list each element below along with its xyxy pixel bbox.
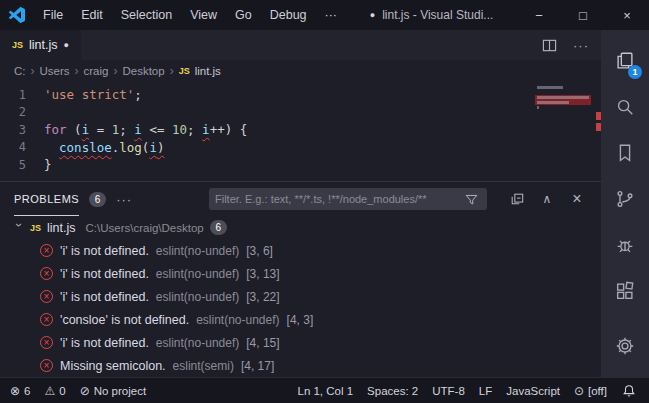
menu-go[interactable]: Go (226, 0, 261, 30)
editor-more-actions-icon[interactable]: ··· (573, 38, 589, 53)
close-button[interactable]: × (605, 0, 649, 30)
status-cursor-position[interactable]: Ln 1, Col 1 (297, 385, 353, 397)
menu-debug[interactable]: Debug (261, 0, 316, 30)
problem-item[interactable]: ×Missing semicolon.eslint(semi)[4, 17] (0, 354, 601, 377)
problem-item[interactable]: ×'i' is not defined.eslint(no-undef)[4, … (0, 331, 601, 354)
menu-more[interactable]: ··· (316, 0, 347, 30)
activity-bar: 1 (601, 30, 649, 377)
code-token: } (44, 157, 52, 172)
line-number: 5 (0, 158, 44, 172)
code-text[interactable]: consloe.log(i) (44, 140, 164, 155)
problems-filter (209, 188, 487, 210)
code-token: ; (134, 87, 142, 102)
tab-lintjs[interactable]: JS lint.js ● (0, 30, 81, 60)
source-control-icon (614, 188, 636, 210)
problem-position: [3, 6] (246, 244, 273, 258)
breadcrumb-item[interactable]: Desktop (122, 65, 164, 77)
problem-source: eslint(no-undef) (196, 313, 279, 327)
js-file-icon: JS (30, 223, 41, 233)
gear-icon (614, 335, 636, 357)
code-token: ; (187, 122, 202, 137)
status-eol[interactable]: LF (479, 385, 492, 397)
activity-explorer[interactable]: 1 (601, 38, 649, 84)
code-token: = (89, 122, 112, 137)
problems-filter-input[interactable] (215, 193, 461, 205)
problem-message: 'i' is not defined. (60, 267, 149, 281)
status-language-mode[interactable]: JavaScript (506, 385, 560, 397)
panel-close-icon[interactable] (567, 190, 587, 208)
chevron-up-icon[interactable] (537, 192, 557, 206)
minimap[interactable] (535, 85, 591, 110)
status-errors[interactable]: ⊗6 (10, 384, 30, 398)
tab-dirty-indicator: ● (64, 40, 69, 50)
status-indentation[interactable]: Spaces: 2 (367, 385, 418, 397)
problem-message: 'i' is not defined. (60, 336, 149, 350)
code-token: ) (157, 140, 165, 155)
window-title: ● lint.js - Visual Studi... (346, 8, 517, 22)
vscode-window: FileEditSelectionViewGoDebug··· ● lint.j… (0, 0, 649, 403)
breadcrumb-item[interactable]: Users (40, 65, 70, 77)
code-editor[interactable]: 1'use strict';23for (i = 1; i <= 10; i++… (0, 82, 601, 181)
code-text[interactable]: 'use strict'; (44, 87, 142, 102)
tab-problems[interactable]: PROBLEMS (14, 182, 79, 216)
menu-edit[interactable]: Edit (72, 0, 112, 30)
code-token: i (202, 122, 210, 137)
record-icon: ⊙ (574, 384, 584, 398)
error-icon: × (40, 290, 53, 303)
menu-bar: FileEditSelectionViewGoDebug··· (34, 0, 346, 30)
status-encoding[interactable]: UTF-8 (432, 385, 465, 397)
code-token: ; (119, 122, 134, 137)
window-title-text: lint.js - Visual Studi... (382, 8, 493, 22)
maximize-button[interactable]: □ (561, 0, 605, 30)
chevron-down-icon (12, 223, 26, 233)
chevron-right-icon: › (170, 64, 174, 78)
menu-file[interactable]: File (34, 0, 72, 30)
minimize-button[interactable]: − (517, 0, 561, 30)
code-token: i (149, 140, 157, 155)
breadcrumb: C:›Users›craig›Desktop›JSlint.js (0, 60, 601, 82)
status-no-project[interactable]: ⊘No project (80, 384, 146, 398)
problem-position: [3, 22] (246, 290, 279, 304)
activity-bookmarks[interactable] (601, 130, 649, 176)
explorer-badge: 1 (628, 65, 642, 79)
problem-source: eslint(no-undef) (156, 290, 239, 304)
problem-message: Missing semicolon. (60, 359, 166, 373)
code-line: 2 (0, 104, 601, 122)
line-number: 1 (0, 88, 44, 102)
activity-settings[interactable] (601, 323, 649, 369)
problem-message: 'i' is not defined. (60, 290, 149, 304)
window-controls: − □ × (517, 0, 649, 30)
collapse-all-icon[interactable] (507, 192, 527, 206)
code-line: 4 consloe.log(i) (0, 139, 601, 157)
problem-item[interactable]: ×'i' is not defined.eslint(no-undef)[3, … (0, 262, 601, 285)
menu-view[interactable]: View (181, 0, 226, 30)
activity-search[interactable] (601, 84, 649, 130)
problem-item[interactable]: ×'consloe' is not defined.eslint(no-unde… (0, 308, 601, 331)
chevron-right-icon: › (31, 64, 35, 78)
panel-more-actions-icon[interactable]: ··· (116, 192, 132, 207)
status-bar-left: ⊗6⚠0⊘No project (10, 384, 146, 398)
status-warnings[interactable]: ⚠0 (44, 384, 65, 398)
activity-extensions[interactable] (601, 268, 649, 314)
activity-source-control[interactable] (601, 176, 649, 222)
split-editor-icon[interactable] (539, 38, 559, 53)
breadcrumb-item[interactable]: C: (14, 65, 26, 77)
problems-file-row[interactable]: JS lint.js C:\Users\craig\Desktop 6 (0, 216, 601, 239)
problem-item[interactable]: ×'i' is not defined.eslint(no-undef)[3, … (0, 239, 601, 262)
notifications-bell-icon[interactable] (619, 384, 639, 398)
problem-position: [3, 13] (246, 267, 279, 281)
code-token: log (119, 140, 142, 155)
code-text[interactable]: } (44, 157, 52, 172)
problem-position: [4, 3] (287, 313, 314, 327)
breadcrumb-item[interactable]: craig (84, 65, 109, 77)
problems-count-badge: 6 (89, 192, 106, 207)
filter-funnel-icon[interactable] (461, 193, 481, 206)
breadcrumb-item-file[interactable]: lint.js (195, 65, 221, 77)
activity-debug[interactable] (601, 222, 649, 268)
menu-selection[interactable]: Selection (112, 0, 181, 30)
status-online-status[interactable]: ⊙[off] (574, 384, 607, 398)
code-text[interactable]: for (i = 1; i <= 10; i++) { (44, 122, 247, 137)
chevron-right-icon: › (113, 64, 117, 78)
problem-item[interactable]: ×'i' is not defined.eslint(no-undef)[3, … (0, 285, 601, 308)
search-icon (614, 96, 636, 118)
